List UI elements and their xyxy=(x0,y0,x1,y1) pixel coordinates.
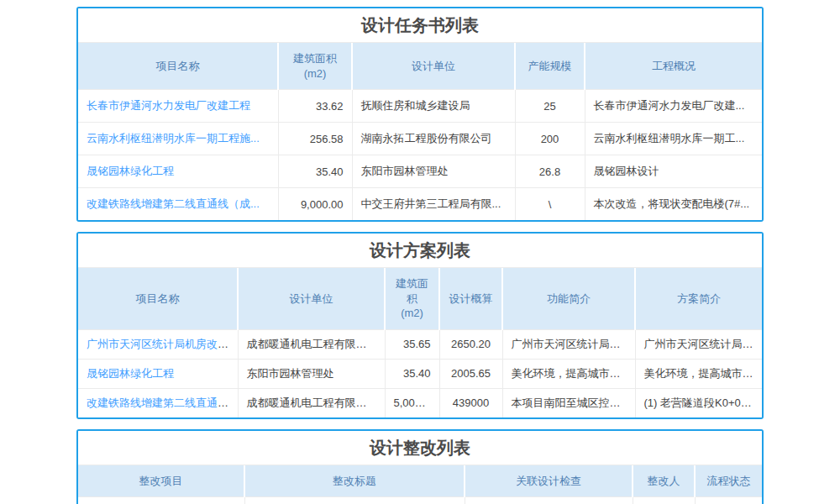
design-task-list-panel: 设计任务书列表 项目名称 建筑面积 (m2) 设计单位 产能规模 工程概况 长春… xyxy=(76,7,764,222)
design-plan-list-title: 设计方案列表 xyxy=(78,234,762,268)
project-link[interactable]: 晟铭园林绿化工程 xyxy=(87,165,174,177)
cell-design-unit: 中交王府井第三工程局有限... xyxy=(352,188,515,221)
cell-capacity-scale: \ xyxy=(515,188,585,221)
cell-design-unit: 东阳市园林管理处 xyxy=(238,359,385,388)
cell-design-estimate: 2650.20 xyxy=(439,329,502,359)
header-row: 整改项目 整改标题 关联设计检查 整改人 流程状态 xyxy=(78,465,762,497)
table-row: 晟铭园林绿化工程 35.40 东阳市园林管理处 26.8 晟铭园林设计 xyxy=(78,155,762,188)
cell-building-area: 35.40 xyxy=(278,155,352,188)
col-header-related-design-check: 关联设计检查 xyxy=(465,465,633,497)
cell-building-area: 5,000.00 xyxy=(385,388,439,417)
col-header-rectification-project: 整改项目 xyxy=(78,465,244,497)
col-header-plan-intro: 方案简介 xyxy=(635,268,762,329)
design-rectification-list-panel: 设计整改列表 整改项目 整改标题 关联设计检查 整改人 流程状态 晟铭园林绿化工… xyxy=(76,429,764,504)
cell-design-estimate: 2005.65 xyxy=(439,359,502,388)
header-row: 项目名称 建筑面积 (m2) 设计单位 产能规模 工程概况 xyxy=(78,43,762,90)
project-link[interactable]: 长春市伊通河水力发电厂改建工程 xyxy=(87,99,250,112)
design-rectification-table: 整改项目 整改标题 关联设计检查 整改人 流程状态 晟铭园林绿化工程 晟铭园林绿… xyxy=(78,465,762,504)
design-task-table: 项目名称 建筑面积 (m2) 设计单位 产能规模 工程概况 长春市伊通河水力发电… xyxy=(78,43,762,220)
col-header-design-unit: 设计单位 xyxy=(238,268,385,329)
col-header-project-name: 项目名称 xyxy=(78,43,278,90)
design-plan-table: 项目名称 设计单位 建筑面积 (m2) 设计概算 功能简介 方案简介 广州市天河… xyxy=(78,268,762,417)
col-header-building-area: 建筑面积 (m2) xyxy=(278,43,352,90)
col-header-rectifier: 整改人 xyxy=(633,465,695,497)
cell-project-overview: 云南水利枢纽潜明水库一期工... xyxy=(585,123,762,155)
cell-plan-intro: 广州市天河区统计局机房... xyxy=(635,329,762,359)
cell-capacity-scale: 26.8 xyxy=(515,155,585,188)
table-row: 晟铭园林绿化工程 东阳市园林管理处 35.40 2005.65 美化环境，提高城… xyxy=(78,359,762,388)
table-row: 云南水利枢纽潜明水库一期工程施... 256.58 湖南永拓工程股份有限公司 2… xyxy=(78,123,762,155)
project-link[interactable]: 云南水利枢纽潜明水库一期工程施... xyxy=(87,132,260,144)
cell-design-unit: 抚顺住房和城乡建设局 xyxy=(352,90,515,123)
table-row: 长春市伊通河水力发电厂改建工程 33.62 抚顺住房和城乡建设局 25 长春市伊… xyxy=(78,90,762,123)
cell-building-area: 35.65 xyxy=(385,329,439,359)
col-header-project-name: 项目名称 xyxy=(78,268,238,329)
col-header-building-area: 建筑面积 (m2) xyxy=(385,268,439,329)
cell-function-intro: 本项目南阳至城区控制性... xyxy=(502,388,635,417)
cell-plan-intro: (1) 老营隧道段K0+000... xyxy=(635,388,762,417)
cell-design-unit: 东阳市园林管理处 xyxy=(352,155,515,188)
col-header-project-overview: 工程概况 xyxy=(585,43,762,90)
cell-capacity-scale: 200 xyxy=(515,123,585,155)
cell-project-overview: 晟铭园林设计 xyxy=(585,155,762,188)
cell-project-overview: 本次改造，将现状变配电楼(7#... xyxy=(585,188,762,221)
col-header-design-unit: 设计单位 xyxy=(352,43,515,90)
cell-function-intro: 美化环境，提高城市绿化... xyxy=(502,359,635,388)
cell-building-area: 33.62 xyxy=(278,90,352,123)
header-row: 项目名称 设计单位 建筑面积 (m2) 设计概算 功能简介 方案简介 xyxy=(78,268,762,329)
table-row: 广州市天河区统计局机房改造... 成都暖通机电工程有限公司 35.65 2650… xyxy=(78,329,762,359)
cell-project-overview: 长春市伊通河水力发电厂改建... xyxy=(585,90,762,123)
col-header-workflow-status: 流程状态 xyxy=(695,465,762,497)
project-link[interactable]: 晟铭园林绿化工程 xyxy=(87,367,174,380)
cell-design-unit: 湖南永拓工程股份有限公司 xyxy=(352,123,515,155)
design-rectification-list-title: 设计整改列表 xyxy=(78,431,762,465)
cell-building-area: 35.40 xyxy=(385,359,439,388)
cell-design-unit: 成都暖通机电工程有限公司 xyxy=(238,388,385,417)
col-header-function-intro: 功能简介 xyxy=(502,268,635,329)
project-link[interactable]: 改建铁路线增建第二线直通线（成... xyxy=(87,197,260,210)
design-plan-list-panel: 设计方案列表 项目名称 设计单位 建筑面积 (m2) 设计概算 功能简介 方案简… xyxy=(76,232,764,419)
table-row: 晟铭园林绿化工程 晟铭园林绿化工程第一次设计检查整改 晟铭园林绿化工程第一次设计… xyxy=(78,497,762,504)
col-header-design-estimate: 设计概算 xyxy=(439,268,502,329)
cell-function-intro: 广州市天河区统计局机房... xyxy=(502,329,635,359)
table-row: 改建铁路线增建第二线直通线（成... 9,000.00 中交王府井第三工程局有限… xyxy=(78,188,762,221)
col-header-rectification-title: 整改标题 xyxy=(244,465,465,497)
table-row: 改建铁路线增建第二线直通线... 成都暖通机电工程有限公司 5,000.00 4… xyxy=(78,388,762,417)
cell-building-area: 256.58 xyxy=(278,123,352,155)
design-task-list-title: 设计任务书列表 xyxy=(78,8,762,43)
cell-related-design-check: 晟铭园林绿化工程第一次设计... xyxy=(465,497,633,504)
project-link[interactable]: 改建铁路线增建第二线直通线... xyxy=(87,396,238,409)
page-content: 设计任务书列表 项目名称 建筑面积 (m2) 设计单位 产能规模 工程概况 长春… xyxy=(76,7,764,504)
project-link[interactable]: 广州市天河区统计局机房改造... xyxy=(87,338,238,350)
cell-capacity-scale: 25 xyxy=(515,90,585,123)
cell-building-area: 9,000.00 xyxy=(278,188,352,221)
cell-plan-intro: 美化环境，提高城市绿化... xyxy=(635,359,762,388)
col-header-capacity-scale: 产能规模 xyxy=(515,43,585,90)
cell-design-unit: 成都暖通机电工程有限公司 xyxy=(238,329,385,359)
cell-design-estimate: 439000 xyxy=(439,388,502,417)
